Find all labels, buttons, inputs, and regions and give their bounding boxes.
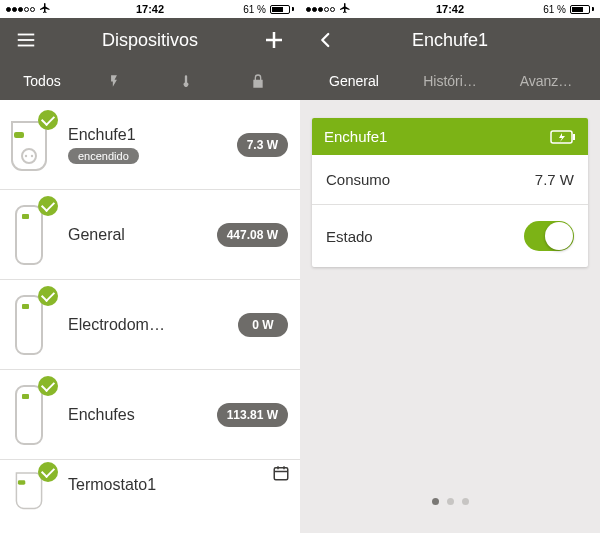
svg-rect-15 xyxy=(18,480,25,484)
signal-dots-icon xyxy=(306,7,335,12)
meter-device-icon xyxy=(8,384,50,446)
thermometer-icon xyxy=(179,72,193,90)
device-value-badge: 447.08 W xyxy=(217,223,288,247)
meter-device-icon xyxy=(8,204,50,266)
card-row-state: Estado xyxy=(312,205,588,267)
bolt-icon xyxy=(107,72,121,90)
device-name: General xyxy=(68,226,217,244)
page-indicator xyxy=(312,484,588,515)
state-label: Estado xyxy=(326,228,373,245)
header-bar: Dispositivos xyxy=(0,18,300,62)
battery-icon xyxy=(570,5,594,14)
tab-bar: General Históri… Avanz… xyxy=(300,62,600,100)
add-button[interactable] xyxy=(260,26,288,54)
card-header: Enchufe1 xyxy=(312,118,588,155)
back-button[interactable] xyxy=(312,26,340,54)
detail-panel: Enchufe1 Consumo 7.7 W Estado xyxy=(300,100,600,533)
svg-point-6 xyxy=(25,154,27,156)
card-row-consumption: Consumo 7.7 W xyxy=(312,155,588,205)
airplane-icon xyxy=(339,2,351,16)
device-row[interactable]: Termostato1 xyxy=(0,460,300,520)
lock-icon xyxy=(250,72,266,90)
filter-tab-power[interactable] xyxy=(78,62,150,100)
status-check-icon xyxy=(38,286,58,306)
signal-dots-icon xyxy=(6,7,35,12)
menu-button[interactable] xyxy=(12,26,40,54)
device-name: Enchufes xyxy=(68,406,217,424)
page-dot[interactable] xyxy=(432,498,439,505)
device-row[interactable]: Enchufes 113.81 W xyxy=(0,370,300,460)
status-check-icon xyxy=(38,110,58,130)
page-dot[interactable] xyxy=(447,498,454,505)
header-spacer xyxy=(560,26,588,54)
svg-rect-12 xyxy=(22,304,29,309)
status-check-icon xyxy=(38,462,58,482)
page-title: Enchufe1 xyxy=(300,30,600,51)
header-bar: Enchufe1 xyxy=(300,18,600,62)
device-card: Enchufe1 Consumo 7.7 W Estado xyxy=(312,118,588,267)
battery-icon xyxy=(270,5,294,14)
device-row[interactable]: Electrodom… 0 W xyxy=(0,280,300,370)
page-title: Dispositivos xyxy=(0,30,300,51)
filter-tab-temperature[interactable] xyxy=(150,62,222,100)
svg-rect-13 xyxy=(16,386,42,444)
device-list: Enchufe1 encendido 7.3 W General 447.08 … xyxy=(0,100,300,533)
device-status-pill: encendido xyxy=(68,148,139,164)
device-row[interactable]: Enchufe1 encendido 7.3 W xyxy=(0,100,300,190)
thermostat-device-icon xyxy=(8,470,50,510)
device-value-badge: 113.81 W xyxy=(217,403,288,427)
svg-rect-21 xyxy=(573,134,575,140)
svg-point-7 xyxy=(31,154,33,156)
device-name: Electrodom… xyxy=(68,316,238,334)
svg-rect-10 xyxy=(22,214,29,219)
svg-rect-14 xyxy=(22,394,29,399)
battery-charging-icon xyxy=(550,130,576,144)
svg-point-5 xyxy=(22,149,36,163)
svg-rect-11 xyxy=(16,296,42,354)
state-toggle[interactable] xyxy=(524,221,574,251)
filter-tab-security[interactable] xyxy=(222,62,294,100)
battery-percent: 61 % xyxy=(243,4,266,15)
plug-device-icon xyxy=(8,118,50,172)
consumption-label: Consumo xyxy=(326,171,390,188)
page-dot[interactable] xyxy=(462,498,469,505)
filter-bar: Todos xyxy=(0,62,300,100)
calendar-icon[interactable] xyxy=(272,464,290,486)
svg-rect-9 xyxy=(16,206,42,264)
device-value-badge: 7.3 W xyxy=(237,133,288,157)
status-bar: 17:42 61 % xyxy=(300,0,600,18)
device-row[interactable]: General 447.08 W xyxy=(0,190,300,280)
battery-percent: 61 % xyxy=(543,4,566,15)
filter-tab-all[interactable]: Todos xyxy=(6,62,78,100)
tab-history[interactable]: Históri… xyxy=(402,62,498,100)
svg-rect-8 xyxy=(14,132,24,138)
status-check-icon xyxy=(38,376,58,396)
consumption-value: 7.7 W xyxy=(535,171,574,188)
meter-device-icon xyxy=(8,294,50,356)
status-bar: 17:42 61 % xyxy=(0,0,300,18)
status-check-icon xyxy=(38,196,58,216)
card-title: Enchufe1 xyxy=(324,128,387,145)
device-name: Termostato1 xyxy=(68,476,288,494)
tab-general[interactable]: General xyxy=(306,62,402,100)
tab-advanced[interactable]: Avanz… xyxy=(498,62,594,100)
svg-rect-16 xyxy=(274,468,288,480)
airplane-icon xyxy=(39,2,51,16)
device-value-badge: 0 W xyxy=(238,313,288,337)
device-name: Enchufe1 xyxy=(68,126,237,144)
